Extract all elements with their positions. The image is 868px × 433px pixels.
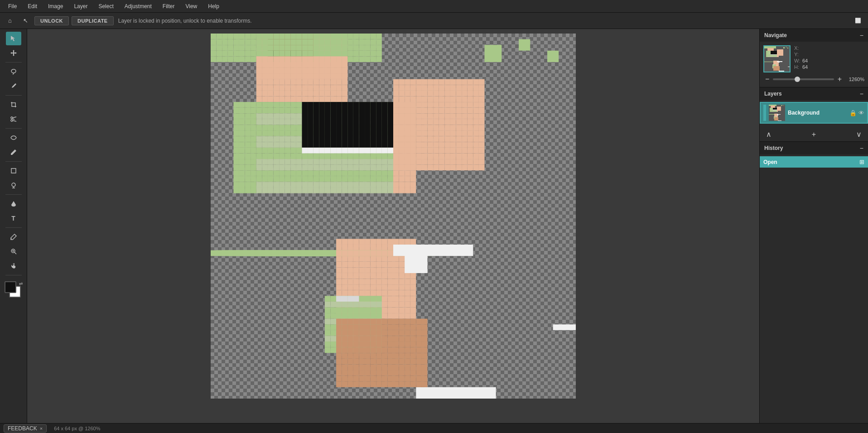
color-picker-tool[interactable] (6, 230, 21, 244)
history-header: History − (760, 142, 868, 154)
duplicate-button[interactable]: DUPLICATE (72, 16, 114, 25)
layer-move-down-button[interactable]: ∨ (854, 129, 864, 140)
menu-image[interactable]: Image (43, 2, 68, 10)
hand-tool[interactable] (6, 259, 21, 273)
heal-tool[interactable] (6, 131, 21, 144)
statusbar: FEEDBACK × 64 x 64 px @ 1260% (0, 423, 868, 433)
svg-line-8 (14, 252, 16, 254)
menu-filter[interactable]: Filter (158, 2, 179, 10)
swap-colors-icon[interactable]: ⇄ (19, 281, 23, 286)
unlock-button[interactable]: UNLOCK (34, 16, 69, 25)
layer-add-button[interactable]: + (809, 130, 819, 140)
scissors-tool[interactable] (6, 112, 21, 126)
w-value: 64 (802, 58, 808, 63)
layer-active-indicator (763, 105, 766, 121)
zoom-out-button[interactable]: − (763, 75, 771, 83)
history-title: History (764, 145, 783, 151)
layers-title: Layers (764, 91, 782, 97)
layer-icons: 🔒 👁 (849, 110, 864, 116)
y-label: Y: (794, 52, 800, 57)
svg-point-4 (12, 183, 15, 187)
tools-panel: T ⇄ (0, 29, 27, 433)
shape-tool[interactable] (6, 164, 21, 178)
navigate-thumbnail[interactable] (763, 45, 791, 72)
menu-layer[interactable]: Layer (69, 2, 92, 10)
pencil-tool[interactable] (6, 145, 21, 159)
layers-collapse-button[interactable]: − (860, 90, 863, 97)
history-panel: History − Open ⊞ (760, 142, 868, 433)
zoom-row: − + 1260% (763, 75, 864, 83)
layer-name: Background (788, 110, 847, 116)
layer-controls: ∧ + ∨ (760, 127, 868, 141)
menu-edit[interactable]: Edit (23, 2, 42, 10)
text-tool[interactable]: T (6, 212, 21, 225)
w-label: W: (794, 58, 800, 63)
menu-adjustment[interactable]: Adjustment (120, 2, 156, 10)
menu-file[interactable]: File (4, 2, 21, 10)
svg-point-1 (11, 117, 13, 119)
history-item-open[interactable]: Open ⊞ (760, 156, 868, 168)
foreground-color-swatch[interactable] (5, 281, 16, 293)
menu-view[interactable]: View (181, 2, 202, 10)
layer-lock-button[interactable]: 🔒 (849, 110, 857, 116)
feedback-tab[interactable]: FEEDBACK × (4, 424, 47, 433)
layers-header: Layers − (760, 87, 868, 100)
layer-visibility-button[interactable]: 👁 (858, 110, 864, 116)
layers-content: Background 🔒 👁 (760, 100, 868, 125)
x-label: X: (794, 45, 800, 51)
home-button[interactable]: ⌂ (4, 14, 16, 27)
maximize-button[interactable]: ⬜ (852, 14, 864, 27)
pixel-canvas[interactable] (211, 34, 576, 399)
svg-point-0 (11, 69, 16, 73)
menu-help[interactable]: Help (203, 2, 224, 10)
move-tool[interactable] (6, 46, 21, 60)
navigate-content: X: Y: W: 64 H: 64 (760, 42, 868, 87)
pointer-button[interactable]: ↖ (19, 14, 32, 27)
canvas-container[interactable] (27, 29, 759, 433)
crop-tool[interactable] (6, 98, 21, 111)
main-layout: T ⇄ Navigate − (0, 29, 868, 433)
canvas-area[interactable] (27, 29, 759, 433)
history-content: Open ⊞ (760, 154, 868, 169)
lasso-tool[interactable] (6, 65, 21, 78)
toolbar-message: Layer is locked in position, unlock to e… (118, 18, 252, 24)
history-collapse-button[interactable]: − (860, 144, 863, 152)
history-item-action-button[interactable]: ⊞ (859, 159, 864, 165)
navigate-collapse-button[interactable]: − (860, 32, 863, 39)
select-tool[interactable] (6, 32, 21, 45)
fill-tool[interactable] (6, 197, 21, 211)
menu-select[interactable]: Select (94, 2, 118, 10)
navigate-header: Navigate − (760, 29, 868, 42)
navigate-panel: Navigate − X: Y: (760, 29, 868, 87)
svg-point-2 (11, 120, 13, 121)
canvas-wrapper (211, 34, 576, 399)
navigate-coords: X: Y: W: 64 H: 64 (794, 45, 808, 70)
layer-move-up-button[interactable]: ∧ (763, 129, 774, 140)
navigate-title: Navigate (764, 32, 787, 38)
layer-thumbnail (769, 105, 785, 121)
zoom-in-button[interactable]: + (836, 75, 844, 83)
menubar: File Edit Image Layer Select Adjustment … (0, 0, 868, 13)
toolbar: ⌂ ↖ UNLOCK DUPLICATE Layer is locked in … (0, 13, 868, 29)
feedback-label: FEEDBACK (8, 425, 37, 432)
layers-panel: Layers − Background 🔒 👁 ∧ (760, 87, 868, 142)
feedback-close-button[interactable]: × (40, 426, 43, 431)
zoom-value: 1260% (845, 77, 864, 82)
history-label: Open (763, 159, 857, 165)
h-value: 64 (802, 64, 808, 70)
svg-rect-3 (11, 168, 16, 173)
status-size-info: 64 x 64 px @ 1260% (54, 426, 100, 431)
stamp-tool[interactable] (6, 178, 21, 192)
h-label: H: (794, 64, 800, 70)
color-swatches[interactable]: ⇄ (5, 281, 23, 301)
eyedropper-tool[interactable] (6, 79, 21, 93)
zoom-slider[interactable] (773, 78, 834, 80)
zoom-tool[interactable] (6, 245, 21, 258)
right-panel: Navigate − X: Y: (759, 29, 868, 433)
layer-item-background[interactable]: Background 🔒 👁 (760, 102, 868, 124)
